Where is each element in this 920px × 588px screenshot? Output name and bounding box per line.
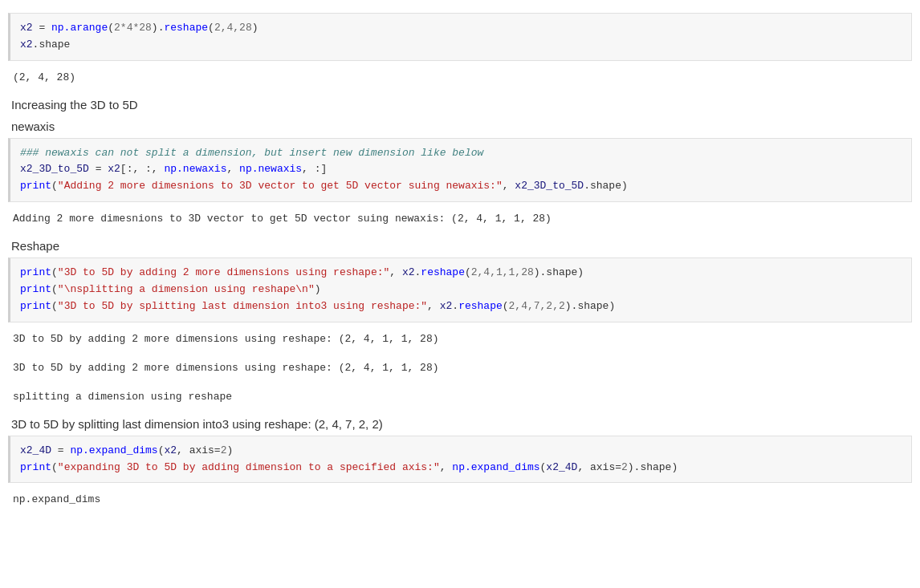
code-line-1a: x2 (20, 22, 33, 34)
output-4: np.expand_dims (11, 488, 909, 512)
code-block-1: x2 = np.arange(2*4*28).reshape(2,4,28) x… (8, 13, 912, 61)
heading-increasing-3d-5d: Increasing the 3D to 5D (11, 98, 909, 112)
output-3c: splitting a dimension using reshape (11, 385, 909, 409)
code-block-4: x2_4D = np.expand_dims(x2, axis=2) print… (8, 436, 912, 484)
code-block-2: ### newaxis can not split a dimension, b… (8, 138, 912, 202)
output-1: (2, 4, 28) (11, 66, 909, 90)
output-3a: 3D to 5D by adding 2 more dimensions usi… (11, 327, 909, 351)
heading-expand-dims: 3D to 5D by splitting last dimension int… (11, 417, 909, 431)
output-3b: 3D to 5D by adding 2 more dimensions usi… (11, 356, 909, 380)
output-2: Adding 2 more dimesnions to 3D vector to… (11, 207, 909, 231)
heading-newaxis: newaxis (11, 120, 909, 133)
code-block-3: print("3D to 5D by adding 2 more dimensi… (8, 258, 912, 322)
heading-reshape: Reshape (11, 239, 909, 253)
